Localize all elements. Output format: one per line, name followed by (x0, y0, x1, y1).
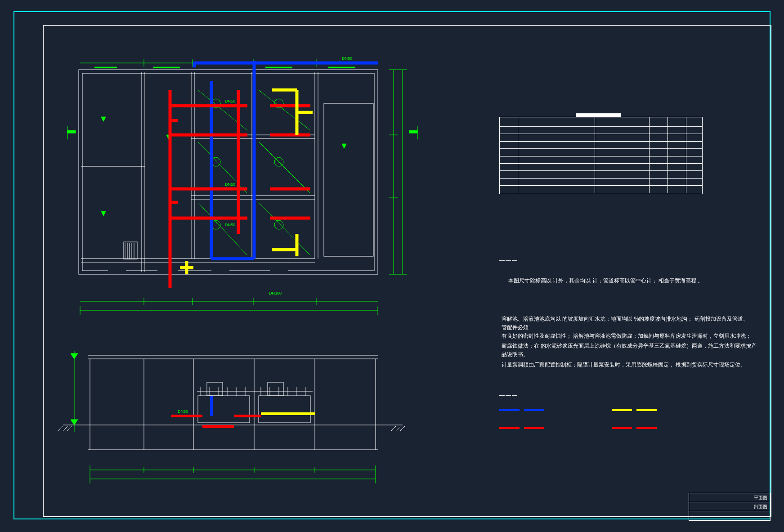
svg-line-122 (391, 426, 396, 431)
svg-rect-102 (198, 396, 250, 423)
svg-line-119 (58, 426, 63, 431)
svg-line-121 (67, 426, 72, 431)
section-label-dn50: DN50 (178, 409, 188, 414)
svg-line-120 (63, 426, 67, 431)
svg-line-123 (396, 426, 400, 431)
svg-rect-103 (259, 396, 310, 423)
svg-line-124 (400, 426, 405, 431)
section-view: DN50 (0, 0, 784, 532)
